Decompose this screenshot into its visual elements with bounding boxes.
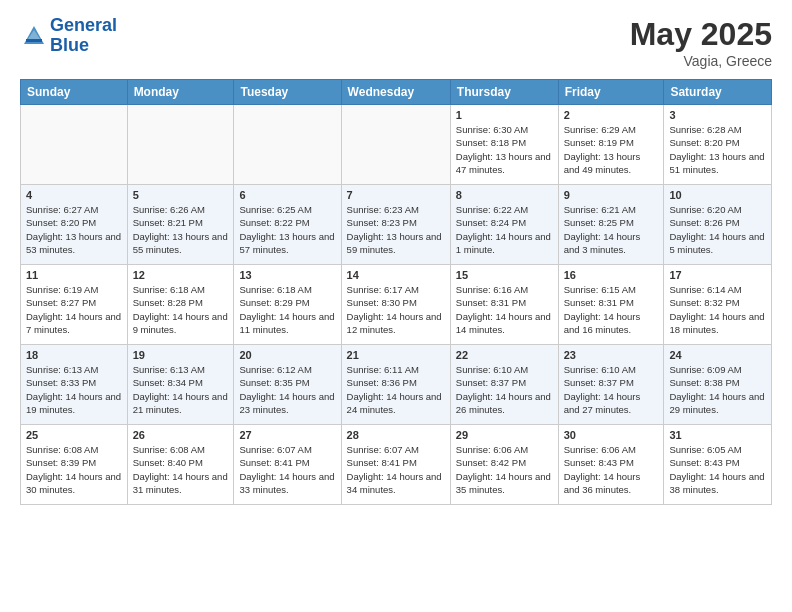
table-row: 10Sunrise: 6:20 AM Sunset: 8:26 PM Dayli… [664,185,772,265]
calendar-week-row: 18Sunrise: 6:13 AM Sunset: 8:33 PM Dayli… [21,345,772,425]
day-info: Sunrise: 6:08 AM Sunset: 8:39 PM Dayligh… [26,443,122,496]
day-info: Sunrise: 6:07 AM Sunset: 8:41 PM Dayligh… [347,443,445,496]
day-number: 24 [669,349,766,361]
table-row: 13Sunrise: 6:18 AM Sunset: 8:29 PM Dayli… [234,265,341,345]
table-row: 15Sunrise: 6:16 AM Sunset: 8:31 PM Dayli… [450,265,558,345]
day-info: Sunrise: 6:06 AM Sunset: 8:42 PM Dayligh… [456,443,553,496]
day-number: 5 [133,189,229,201]
day-number: 30 [564,429,659,441]
day-info: Sunrise: 6:11 AM Sunset: 8:36 PM Dayligh… [347,363,445,416]
location: Vagia, Greece [630,53,772,69]
day-number: 22 [456,349,553,361]
table-row: 4Sunrise: 6:27 AM Sunset: 8:20 PM Daylig… [21,185,128,265]
day-info: Sunrise: 6:08 AM Sunset: 8:40 PM Dayligh… [133,443,229,496]
day-number: 2 [564,109,659,121]
logo-icon [20,22,48,50]
day-info: Sunrise: 6:12 AM Sunset: 8:35 PM Dayligh… [239,363,335,416]
day-info: Sunrise: 6:29 AM Sunset: 8:19 PM Dayligh… [564,123,659,176]
day-info: Sunrise: 6:16 AM Sunset: 8:31 PM Dayligh… [456,283,553,336]
table-row: 16Sunrise: 6:15 AM Sunset: 8:31 PM Dayli… [558,265,664,345]
day-number: 20 [239,349,335,361]
day-number: 13 [239,269,335,281]
day-info: Sunrise: 6:17 AM Sunset: 8:30 PM Dayligh… [347,283,445,336]
day-info: Sunrise: 6:13 AM Sunset: 8:33 PM Dayligh… [26,363,122,416]
day-info: Sunrise: 6:05 AM Sunset: 8:43 PM Dayligh… [669,443,766,496]
day-info: Sunrise: 6:28 AM Sunset: 8:20 PM Dayligh… [669,123,766,176]
day-number: 17 [669,269,766,281]
col-saturday: Saturday [664,80,772,105]
day-info: Sunrise: 6:30 AM Sunset: 8:18 PM Dayligh… [456,123,553,176]
day-info: Sunrise: 6:22 AM Sunset: 8:24 PM Dayligh… [456,203,553,256]
table-row: 7Sunrise: 6:23 AM Sunset: 8:23 PM Daylig… [341,185,450,265]
table-row: 19Sunrise: 6:13 AM Sunset: 8:34 PM Dayli… [127,345,234,425]
table-row [234,105,341,185]
header: General Blue May 2025 Vagia, Greece [20,16,772,69]
page: General Blue May 2025 Vagia, Greece Sund… [0,0,792,612]
day-info: Sunrise: 6:20 AM Sunset: 8:26 PM Dayligh… [669,203,766,256]
col-thursday: Thursday [450,80,558,105]
col-tuesday: Tuesday [234,80,341,105]
col-wednesday: Wednesday [341,80,450,105]
calendar-header-row: Sunday Monday Tuesday Wednesday Thursday… [21,80,772,105]
day-number: 16 [564,269,659,281]
calendar-week-row: 25Sunrise: 6:08 AM Sunset: 8:39 PM Dayli… [21,425,772,505]
table-row: 18Sunrise: 6:13 AM Sunset: 8:33 PM Dayli… [21,345,128,425]
table-row: 27Sunrise: 6:07 AM Sunset: 8:41 PM Dayli… [234,425,341,505]
table-row: 2Sunrise: 6:29 AM Sunset: 8:19 PM Daylig… [558,105,664,185]
col-monday: Monday [127,80,234,105]
table-row: 24Sunrise: 6:09 AM Sunset: 8:38 PM Dayli… [664,345,772,425]
day-info: Sunrise: 6:13 AM Sunset: 8:34 PM Dayligh… [133,363,229,416]
day-number: 25 [26,429,122,441]
day-number: 3 [669,109,766,121]
table-row: 14Sunrise: 6:17 AM Sunset: 8:30 PM Dayli… [341,265,450,345]
day-info: Sunrise: 6:09 AM Sunset: 8:38 PM Dayligh… [669,363,766,416]
table-row: 6Sunrise: 6:25 AM Sunset: 8:22 PM Daylig… [234,185,341,265]
day-number: 9 [564,189,659,201]
table-row: 1Sunrise: 6:30 AM Sunset: 8:18 PM Daylig… [450,105,558,185]
col-sunday: Sunday [21,80,128,105]
table-row: 17Sunrise: 6:14 AM Sunset: 8:32 PM Dayli… [664,265,772,345]
day-info: Sunrise: 6:10 AM Sunset: 8:37 PM Dayligh… [456,363,553,416]
logo: General Blue [20,16,117,56]
day-number: 7 [347,189,445,201]
day-number: 6 [239,189,335,201]
day-info: Sunrise: 6:23 AM Sunset: 8:23 PM Dayligh… [347,203,445,256]
table-row: 11Sunrise: 6:19 AM Sunset: 8:27 PM Dayli… [21,265,128,345]
day-info: Sunrise: 6:26 AM Sunset: 8:21 PM Dayligh… [133,203,229,256]
title-block: May 2025 Vagia, Greece [630,16,772,69]
day-info: Sunrise: 6:21 AM Sunset: 8:25 PM Dayligh… [564,203,659,256]
calendar-week-row: 11Sunrise: 6:19 AM Sunset: 8:27 PM Dayli… [21,265,772,345]
day-info: Sunrise: 6:14 AM Sunset: 8:32 PM Dayligh… [669,283,766,336]
table-row [127,105,234,185]
calendar-table: Sunday Monday Tuesday Wednesday Thursday… [20,79,772,505]
table-row: 8Sunrise: 6:22 AM Sunset: 8:24 PM Daylig… [450,185,558,265]
day-info: Sunrise: 6:25 AM Sunset: 8:22 PM Dayligh… [239,203,335,256]
table-row: 9Sunrise: 6:21 AM Sunset: 8:25 PM Daylig… [558,185,664,265]
day-number: 28 [347,429,445,441]
table-row [21,105,128,185]
day-number: 8 [456,189,553,201]
day-number: 18 [26,349,122,361]
table-row: 20Sunrise: 6:12 AM Sunset: 8:35 PM Dayli… [234,345,341,425]
table-row: 12Sunrise: 6:18 AM Sunset: 8:28 PM Dayli… [127,265,234,345]
day-number: 23 [564,349,659,361]
table-row: 29Sunrise: 6:06 AM Sunset: 8:42 PM Dayli… [450,425,558,505]
calendar-week-row: 1Sunrise: 6:30 AM Sunset: 8:18 PM Daylig… [21,105,772,185]
table-row: 26Sunrise: 6:08 AM Sunset: 8:40 PM Dayli… [127,425,234,505]
table-row: 28Sunrise: 6:07 AM Sunset: 8:41 PM Dayli… [341,425,450,505]
table-row: 23Sunrise: 6:10 AM Sunset: 8:37 PM Dayli… [558,345,664,425]
day-info: Sunrise: 6:27 AM Sunset: 8:20 PM Dayligh… [26,203,122,256]
table-row: 31Sunrise: 6:05 AM Sunset: 8:43 PM Dayli… [664,425,772,505]
day-number: 31 [669,429,766,441]
day-number: 14 [347,269,445,281]
day-number: 10 [669,189,766,201]
calendar-week-row: 4Sunrise: 6:27 AM Sunset: 8:20 PM Daylig… [21,185,772,265]
day-number: 15 [456,269,553,281]
day-number: 4 [26,189,122,201]
table-row: 30Sunrise: 6:06 AM Sunset: 8:43 PM Dayli… [558,425,664,505]
logo-text: General Blue [50,16,117,56]
day-number: 27 [239,429,335,441]
table-row: 22Sunrise: 6:10 AM Sunset: 8:37 PM Dayli… [450,345,558,425]
table-row [341,105,450,185]
col-friday: Friday [558,80,664,105]
